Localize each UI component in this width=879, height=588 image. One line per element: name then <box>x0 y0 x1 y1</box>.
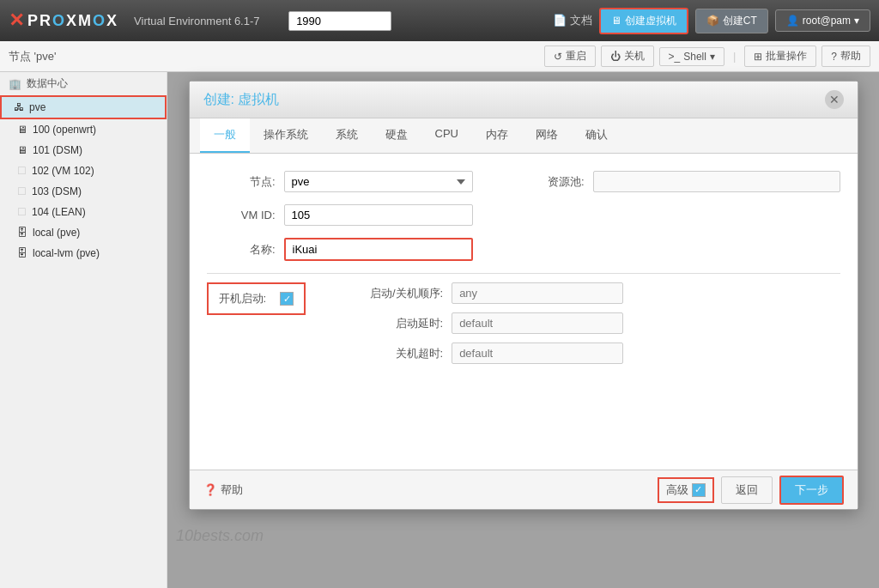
shutdown-timeout-input[interactable] <box>452 342 623 364</box>
advanced-label: 高级 <box>666 482 688 498</box>
help-icon-header: ? <box>831 51 837 63</box>
datacenter-row[interactable]: 🏢 数据中心 <box>0 72 167 95</box>
boot-delay-row: 启动延时: <box>349 312 623 334</box>
content-area: 10bests.com 创建: 虚拟机 ✕ 一般 操作系统 系统 硬盘 CPU <box>167 72 879 588</box>
tab-memory[interactable]: 内存 <box>472 118 522 153</box>
boot-order-row: 启动/关机顺序: <box>349 282 623 304</box>
advanced-checkbox[interactable]: ✓ <box>692 483 706 497</box>
vm-label-101: 101 (DSM) <box>33 144 82 156</box>
main-layout: 🏢 数据中心 🖧 pve 🖥 100 (openwrt) 🖥 101 (DSM)… <box>0 72 879 588</box>
monitor-icon: 🖥 <box>611 15 621 27</box>
form-row-node: 节点: pve 资源池: <box>207 171 840 192</box>
sidebar-item-local-lvm[interactable]: 🗄 local-lvm (pve) <box>0 243 167 264</box>
autostart-checkbox-wrap: ✓ <box>280 292 294 306</box>
tab-general[interactable]: 一般 <box>200 118 250 153</box>
tab-os[interactable]: 操作系统 <box>250 118 322 153</box>
vm-label-104: 104 (LEAN) <box>32 206 86 218</box>
vm-icon-103: ☐ <box>17 185 27 197</box>
sidebar-item-pve[interactable]: 🖧 pve <box>0 95 167 119</box>
node-select[interactable]: pve <box>284 171 473 192</box>
sidebar-item-100[interactable]: 🖥 100 (openwrt) <box>0 119 167 140</box>
help-button-header[interactable]: ? 帮助 <box>821 45 870 67</box>
storage-icon-local: 🗄 <box>17 227 27 239</box>
sidebar-item-103[interactable]: ☐ 103 (DSM) <box>0 181 167 202</box>
pve-label: pve <box>29 101 45 113</box>
sidebar-item-local[interactable]: 🗄 local (pve) <box>0 222 167 243</box>
sidebar-item-102[interactable]: ☐ 102 (VM 102) <box>0 161 167 181</box>
shell-chevron-icon: ▾ <box>710 51 715 63</box>
tab-confirm[interactable]: 确认 <box>572 118 621 153</box>
resource-pool-select[interactable] <box>593 171 840 192</box>
server-icon: 🖧 <box>14 101 24 113</box>
tab-network[interactable]: 网络 <box>522 118 572 153</box>
modal-header: 创建: 虚拟机 ✕ <box>190 82 858 118</box>
advanced-section: 高级 ✓ <box>658 477 714 503</box>
logo-text: PROXMOX <box>27 12 118 30</box>
top-header: ✕ PROXMOX Virtual Environment 6.1-7 📄 文档… <box>0 0 879 41</box>
help-button-footer[interactable]: ❓ 帮助 <box>203 482 243 498</box>
shutdown-timeout-label: 关机超时: <box>349 346 443 361</box>
footer-right: 高级 ✓ 返回 下一步 <box>658 476 844 505</box>
datacenter-icon: 🏢 <box>9 78 21 90</box>
vmid-label: VM ID: <box>207 209 276 221</box>
vm-id-input[interactable] <box>288 11 391 31</box>
create-ct-button[interactable]: 📦 创建CT <box>695 9 768 33</box>
shutdown-timeout-row: 关机超时: <box>349 342 623 364</box>
modal-close-button[interactable]: ✕ <box>825 90 844 109</box>
form-area: 节点: pve 资源池: VM ID: <box>190 154 858 393</box>
form-row-vmid: VM ID: <box>207 204 840 226</box>
boot-delay-input[interactable] <box>452 312 623 334</box>
boot-delay-label: 启动延时: <box>349 316 443 331</box>
name-label: 名称: <box>207 242 276 258</box>
sidebar-item-104[interactable]: ☐ 104 (LEAN) <box>0 202 167 222</box>
modal-title: 创建: 虚拟机 <box>203 91 280 109</box>
sidebar-item-101[interactable]: 🖥 101 (DSM) <box>0 140 167 161</box>
autostart-checkbox[interactable]: ✓ <box>280 292 294 306</box>
vm-icon-102: ☐ <box>17 165 27 177</box>
tab-disk[interactable]: 硬盘 <box>372 118 421 153</box>
tab-system[interactable]: 系统 <box>322 118 372 153</box>
terminal-icon: >_ <box>669 51 681 63</box>
vm-icon-104: ☐ <box>17 206 27 218</box>
boot-settings-group: 启动/关机顺序: 启动延时: 关机超时: <box>349 282 623 364</box>
vm-label-100: 100 (openwrt) <box>33 124 96 136</box>
resource-pool-label: 资源池: <box>507 174 585 190</box>
shell-button[interactable]: >_ Shell ▾ <box>659 47 724 66</box>
user-icon: 👤 <box>786 15 799 27</box>
vm-icon-100: 🖥 <box>17 124 27 136</box>
local-label: local (pve) <box>33 227 80 239</box>
restart-icon: ↺ <box>554 51 562 63</box>
next-button[interactable]: 下一步 <box>779 476 844 505</box>
vm-label-102: 102 (VM 102) <box>32 165 94 177</box>
modal-footer: ❓ 帮助 高级 ✓ 返回 下一步 <box>190 470 858 509</box>
separator: | <box>733 50 736 63</box>
create-vm-modal: 创建: 虚拟机 ✕ 一般 操作系统 系统 硬盘 CPU 内存 网络 确认 <box>189 81 858 510</box>
batch-icon: ⊞ <box>754 51 762 63</box>
vmid-input[interactable] <box>284 204 473 226</box>
name-input[interactable] <box>284 238 473 261</box>
node-field-label: 节点: <box>207 174 276 190</box>
batch-ops-button[interactable]: ⊞ 批量操作 <box>744 45 816 67</box>
help-circle-icon: ❓ <box>203 483 217 496</box>
tab-cpu[interactable]: CPU <box>421 118 472 153</box>
datacenter-label: 数据中心 <box>27 76 68 91</box>
create-vm-button[interactable]: 🖥 创建虚拟机 <box>599 8 688 34</box>
back-button[interactable]: 返回 <box>721 476 773 504</box>
logo: ✕ PROXMOX <box>9 9 118 32</box>
autostart-section: 开机启动: ✓ <box>207 282 306 315</box>
doc-icon: 📄 文档 <box>553 13 592 28</box>
restart-button[interactable]: ↺ 重启 <box>544 45 596 67</box>
user-menu-button[interactable]: 👤 root@pam ▾ <box>775 9 870 32</box>
app-subtitle: Virtual Environment 6.1-7 <box>134 15 282 27</box>
modal-tabs: 一般 操作系统 系统 硬盘 CPU 内存 网络 确认 <box>190 118 858 154</box>
chevron-down-icon: ▾ <box>854 15 859 27</box>
boot-order-input[interactable] <box>452 282 623 304</box>
divider <box>207 273 840 274</box>
shutdown-button[interactable]: ⏻ 关机 <box>601 45 654 67</box>
ct-icon: 📦 <box>706 15 719 27</box>
vm-icon-101: 🖥 <box>17 144 27 156</box>
form-row-autostart: 开机启动: ✓ 启动/关机顺序: 启动延时: <box>207 282 840 364</box>
footer-left: ❓ 帮助 <box>203 482 243 498</box>
modal-overlay: 创建: 虚拟机 ✕ 一般 操作系统 系统 硬盘 CPU 内存 网络 确认 <box>167 72 879 588</box>
local-lvm-label: local-lvm (pve) <box>33 247 100 259</box>
